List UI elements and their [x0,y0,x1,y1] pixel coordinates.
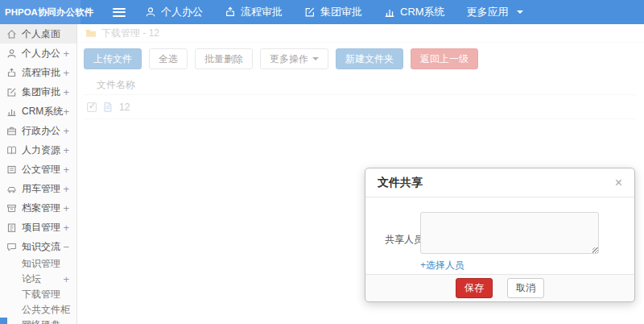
modal-body: 共享人员 +选择人员 [365,197,634,274]
hamburger-menu-icon[interactable] [113,8,126,17]
modal-title: 文件共享 [378,176,423,190]
car-icon [6,184,17,194]
nav-item-label: CRM系统 [400,5,445,19]
sidebar-item-label: 集团审批 [22,85,60,99]
modal-header: 文件共享 × [365,168,634,197]
sidebar-subitem-download-management[interactable]: 下载管理 [0,287,76,302]
top-nav-menu: 个人办公 流程审批 集团审批 CRM系统 更多应用 [145,5,523,19]
nav-item-crm[interactable]: CRM系统 [384,5,445,19]
chart-icon [6,106,17,117]
expand-icon[interactable]: + [63,222,69,234]
nav-item-label: 流程审批 [241,5,283,19]
edit-icon [6,87,17,98]
expand-icon[interactable]: + [63,144,69,156]
sidebar-item-label: CRM系统 [22,105,63,118]
project-icon [6,222,17,233]
flow-icon [6,68,17,78]
sidebar-item-archive-management[interactable]: 档案管理 + [0,198,76,218]
sidebar-subitem-label: 下载管理 [22,288,60,301]
close-icon[interactable]: × [615,177,622,189]
sidebar-item-project-management[interactable]: 项目管理 + [0,218,76,237]
sidebar-item-crm[interactable]: CRM系统 + [0,102,76,121]
expand-icon[interactable]: + [63,164,69,176]
sidebar-subitem-network-disk[interactable]: 网络硬盘 [0,318,76,324]
user-icon [145,6,156,18]
sidebar: 个人桌面 个人办公 + 流程审批 + 集团审批 + CRM系统 + 行政办公 +… [0,24,77,324]
expand-icon[interactable]: + [63,86,69,98]
expand-icon[interactable]: + [63,48,69,60]
edit-icon [304,6,316,18]
home-icon [6,29,17,39]
app-logo: PHPOA协同办公软件 [0,0,80,24]
briefcase-icon [6,126,17,136]
expand-icon[interactable]: + [63,106,69,118]
nav-item-label: 集团审批 [320,5,362,19]
main-content: 下载管理 - 12 上传文件 全选 批量删除 更多操作 新建文件夹 返回上一级 … [77,24,644,324]
expand-icon[interactable]: + [63,125,69,137]
sidebar-item-label: 个人桌面 [22,27,60,41]
file-share-modal: 文件共享 × 共享人员 +选择人员 保存 取消 [365,168,635,302]
doc-icon [6,164,17,175]
share-personnel-label: 共享人员 [385,233,423,247]
sidebar-item-label: 档案管理 [22,201,60,215]
nav-item-workflow-approval[interactable]: 流程审批 [225,5,283,19]
flow-icon [225,6,236,18]
expand-icon[interactable]: + [63,67,69,79]
sidebar-item-knowledge-exchange[interactable]: 知识交流 − [0,237,76,256]
sidebar-item-group-approval[interactable]: 集团审批 + [0,82,76,102]
sidebar-item-personal-office[interactable]: 个人办公 + [0,44,76,63]
sidebar-item-label: 项目管理 [22,221,60,235]
sidebar-item-document-management[interactable]: 公文管理 + [0,160,76,179]
nav-item-personal-office[interactable]: 个人办公 [145,5,203,19]
chart-icon [384,6,395,18]
user-icon [6,48,17,59]
top-navigation-bar: PHPOA协同办公软件 个人办公 流程审批 集团审批 CRM系统 更多应用 [0,0,644,24]
caret-down-icon [517,10,523,14]
nav-item-label: 更多应用 [467,5,509,19]
archive-icon [6,203,17,214]
sidebar-subitem-public-file-cabinet[interactable]: 公共文件柜 [0,302,76,318]
expand-icon[interactable]: + [63,183,69,195]
nav-item-more-apps[interactable]: 更多应用 [467,5,523,19]
sidebar-subitem-label: 网络硬盘 [22,318,60,324]
expand-icon[interactable]: + [63,273,69,285]
book-icon [6,145,17,156]
sidebar-item-label: 公文管理 [22,163,60,177]
modal-footer: 保存 取消 [365,274,634,301]
corner-widget[interactable] [0,318,7,324]
sidebar-subitem-label: 公共文件柜 [22,303,70,317]
save-button[interactable]: 保存 [456,278,493,298]
sidebar-item-label: 行政办公 [22,124,60,138]
sidebar-subitem-label: 论坛 [22,272,41,286]
sidebar-item-label: 人力资源 [22,143,60,157]
sidebar-item-label: 知识交流 [22,240,60,254]
cancel-button[interactable]: 取消 [507,278,544,298]
sidebar-subitem-knowledge-management[interactable]: 知识管理 [0,256,76,272]
sidebar-item-admin-office[interactable]: 行政办公 + [0,121,76,140]
sidebar-item-workflow-approval[interactable]: 流程审批 + [0,63,76,82]
sidebar-subitem-label: 知识管理 [22,257,60,271]
sidebar-item-vehicle-management[interactable]: 用车管理 + [0,179,76,198]
sidebar-item-label: 流程审批 [22,66,60,80]
nav-item-label: 个人办公 [161,5,203,19]
sidebar-item-human-resources[interactable]: 人力资源 + [0,140,76,160]
chat-icon [6,242,17,252]
sidebar-item-personal-desktop[interactable]: 个人桌面 [0,24,76,44]
collapse-icon[interactable]: − [63,241,69,253]
share-personnel-textarea[interactable] [420,212,599,254]
select-personnel-link[interactable]: +选择人员 [420,259,464,272]
sidebar-item-label: 用车管理 [22,182,60,196]
nav-item-group-approval[interactable]: 集团审批 [304,5,362,19]
expand-icon[interactable]: + [63,202,69,214]
sidebar-item-label: 个人办公 [22,47,60,60]
sidebar-subitem-forum[interactable]: 论坛 + [0,272,76,287]
